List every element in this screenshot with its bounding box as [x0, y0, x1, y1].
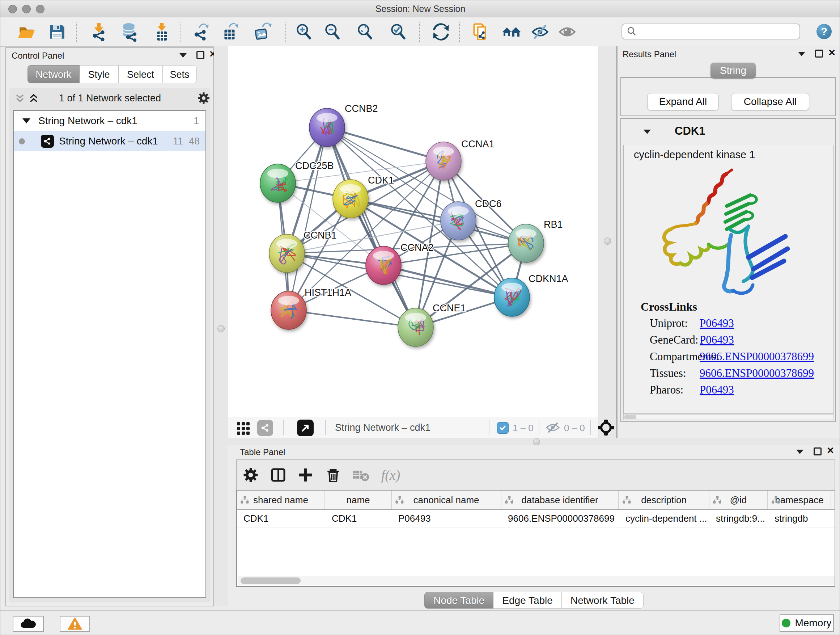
network-share-button[interactable]: [257, 420, 273, 436]
search-input[interactable]: [637, 26, 790, 37]
table-scrollbar-thumb[interactable]: [240, 578, 301, 584]
goto-network-button[interactable]: [297, 420, 314, 436]
expand-all-networks-icon[interactable]: [29, 93, 38, 105]
edge-CCNB2-CCNA1[interactable]: [327, 127, 444, 161]
close-panel-icon[interactable]: ✕: [827, 447, 834, 454]
zoom-out-button[interactable]: [322, 21, 343, 42]
table-cell[interactable]: 9606.ENSP00000378699: [501, 510, 619, 527]
node-CDC6[interactable]: [441, 202, 476, 240]
tab-node-table[interactable]: Node Table: [424, 592, 493, 608]
show-columns-icon[interactable]: [264, 467, 292, 483]
network-options-gear-icon[interactable]: [197, 91, 210, 106]
network-row[interactable]: String Network – cdk1 11 48: [14, 131, 205, 151]
save-session-button[interactable]: [47, 21, 67, 42]
zoom-selected-button[interactable]: [388, 21, 409, 42]
hide-selected-button[interactable]: [530, 21, 550, 42]
collapse-all-button[interactable]: Collapse All: [731, 93, 809, 111]
table-cell[interactable]: cyclin-dependent ...: [619, 510, 709, 527]
collapse-panel-icon[interactable]: [798, 51, 805, 57]
column-header-description[interactable]: description: [619, 491, 709, 509]
horizontal-splitter[interactable]: [227, 438, 840, 445]
tab-edge-table[interactable]: Edge Table: [493, 592, 562, 608]
network-canvas[interactable]: CCNB2CCNA1CDC25BCDK1CDC6RB1CCNB1CCNA2CDK…: [228, 46, 598, 417]
node-RB1[interactable]: [508, 224, 544, 263]
zoom-in-button[interactable]: [294, 21, 314, 42]
table-options-gear-icon[interactable]: [237, 467, 264, 483]
crosslink-link[interactable]: P06493: [699, 383, 734, 396]
node-CCNA1[interactable]: [426, 142, 461, 180]
node-HIST1H1A[interactable]: [271, 291, 306, 329]
expand-all-button[interactable]: Expand All: [647, 93, 719, 111]
tab-sets[interactable]: Sets: [163, 65, 197, 83]
results-scrollbar[interactable]: [623, 414, 834, 420]
tab-style[interactable]: Style: [80, 65, 118, 83]
node-CDK1[interactable]: [333, 180, 368, 218]
column-header-canonical-name[interactable]: canonical name: [392, 491, 501, 509]
left-splitter-handle[interactable]: [218, 325, 225, 333]
node-CCNB1[interactable]: [269, 234, 305, 272]
refresh-button[interactable]: [431, 21, 451, 42]
show-all-networks-button[interactable]: [501, 21, 522, 42]
crosslink-link[interactable]: 9606.ENSP00000378699: [699, 367, 814, 380]
open-session-button[interactable]: [16, 21, 36, 42]
network-collection-row[interactable]: String Network – cdk1 1: [14, 111, 205, 131]
column-header-name[interactable]: name: [325, 491, 392, 509]
table-scrollbar[interactable]: [238, 576, 835, 585]
edge-CCNB2-HIST1H1A[interactable]: [289, 127, 327, 310]
column-header-namespace[interactable]: namespace: [768, 491, 831, 509]
export-image-button[interactable]: [252, 21, 272, 42]
create-column-icon[interactable]: [292, 467, 319, 483]
tab-select[interactable]: Select: [118, 65, 163, 83]
crosslink-link[interactable]: 9606.ENSP00000378699: [699, 350, 814, 363]
import-table-file-button[interactable]: [152, 21, 172, 42]
memory-button[interactable]: Memory: [780, 614, 834, 632]
birds-eye-view-icon[interactable]: [597, 419, 615, 438]
tab-network[interactable]: Network: [27, 65, 80, 83]
float-panel-icon[interactable]: [813, 448, 821, 457]
horizontal-splitter-handle[interactable]: [533, 438, 540, 445]
collapse-panel-icon[interactable]: [796, 449, 804, 455]
table-cell[interactable]: CDK1: [237, 510, 325, 527]
column-header-database-identifier[interactable]: database identifier: [501, 491, 619, 509]
table-cell[interactable]: CDK1: [325, 510, 392, 527]
import-network-file-button[interactable]: [88, 21, 109, 42]
table-row[interactable]: CDK1CDK1P064939606.ENSP00000378699cyclin…: [237, 510, 835, 528]
table-cell[interactable]: stringdb:9...: [709, 510, 768, 527]
table-cell[interactable]: P06493: [392, 510, 501, 527]
float-panel-icon[interactable]: [196, 51, 204, 60]
crosslink-link[interactable]: P06493: [699, 333, 734, 347]
import-network-database-button[interactable]: [119, 21, 140, 42]
node-CCNA2[interactable]: [366, 246, 401, 285]
grid-view-icon[interactable]: [236, 421, 251, 437]
cloud-button[interactable]: [13, 616, 44, 632]
node-CDKN1A[interactable]: [494, 278, 530, 317]
right-splitter[interactable]: [598, 46, 617, 438]
search-box[interactable]: [622, 24, 800, 40]
section-expander-icon[interactable]: [644, 129, 651, 135]
tab-string[interactable]: String: [711, 63, 756, 79]
tab-network-table[interactable]: Network Table: [562, 592, 644, 608]
node-CDC25B[interactable]: [260, 164, 295, 203]
node-CCNB2[interactable]: [309, 108, 345, 147]
duplicate-network-button[interactable]: [471, 21, 491, 42]
collection-expander-icon[interactable]: [22, 119, 30, 124]
help-button[interactable]: ?: [816, 24, 832, 39]
column-header-shared-name[interactable]: shared name: [237, 491, 325, 509]
node-CCNE1[interactable]: [398, 308, 433, 347]
crosslink-link[interactable]: P06493: [699, 317, 734, 330]
show-hidden-button[interactable]: [557, 21, 577, 42]
right-splitter-handle[interactable]: [604, 238, 611, 245]
warning-button[interactable]: [60, 616, 90, 632]
zoom-fit-button[interactable]: [355, 21, 375, 42]
table-cell[interactable]: stringdb: [768, 510, 831, 527]
selected-checkbox[interactable]: [497, 422, 508, 434]
left-splitter[interactable]: [214, 46, 228, 606]
export-table-button[interactable]: [219, 21, 240, 42]
export-network-button[interactable]: [191, 21, 211, 42]
edge-HIST1H1A-CCNE1[interactable]: [289, 310, 416, 327]
delete-column-icon[interactable]: [319, 467, 347, 483]
float-panel-icon[interactable]: [815, 50, 823, 59]
column-header--id[interactable]: @id: [709, 491, 768, 509]
network-graph[interactable]: CCNB2CCNA1CDC25BCDK1CDC6RB1CCNB1CCNA2CDK…: [228, 46, 598, 417]
collapse-all-networks-icon[interactable]: [15, 93, 25, 105]
